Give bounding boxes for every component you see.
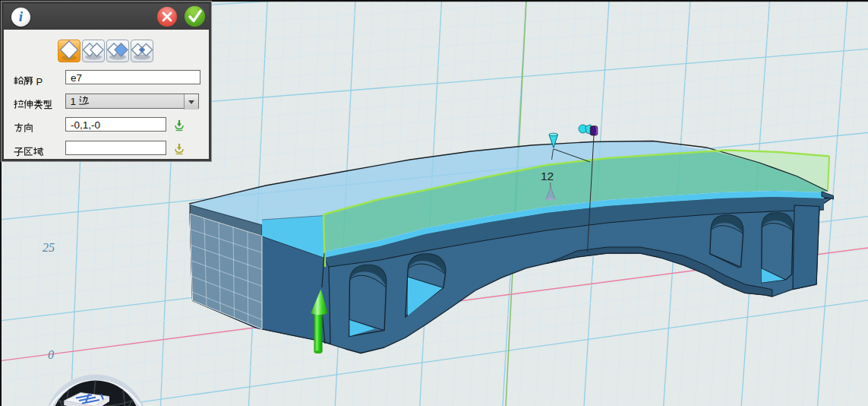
svg-text:25: 25 xyxy=(43,241,55,254)
svg-text:12: 12 xyxy=(541,170,554,182)
svg-text:0: 0 xyxy=(48,348,54,361)
